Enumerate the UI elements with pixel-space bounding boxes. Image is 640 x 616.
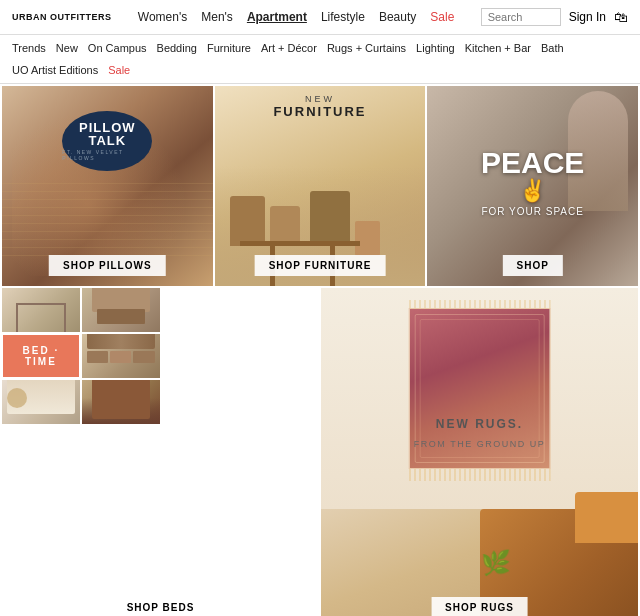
wood-chest-cell[interactable]: [82, 380, 160, 424]
subnav-sale[interactable]: Sale: [108, 64, 130, 76]
beds-sub-grid: BED · TIME: [2, 288, 160, 424]
furniture-new-label: NEW: [273, 94, 366, 104]
sign-in-link[interactable]: Sign In: [569, 10, 606, 24]
bed-time-cell[interactable]: BED · TIME: [2, 334, 80, 378]
peace-sub-text: FOR YOUR SPACE: [481, 206, 584, 217]
rug-overlay: NEW RUGS. FROM THE GROUND UP: [321, 417, 638, 449]
nav-sale[interactable]: Sale: [430, 10, 454, 24]
bed-time-box: BED · TIME: [2, 334, 80, 378]
peace-sign-icon: ✌: [481, 178, 584, 204]
shop-peace-label[interactable]: SHOP: [502, 255, 562, 276]
shop-rugs-label[interactable]: SHOP RUGS: [431, 597, 528, 616]
bed-time-text: BED · TIME: [17, 345, 65, 367]
nav-mens[interactable]: Men's: [201, 10, 233, 24]
peace-word: PEACE: [481, 148, 584, 178]
furniture-cell[interactable]: NEW FURNITURE SHOP FURNITURE: [215, 86, 426, 286]
subnav-kitchen[interactable]: Kitchen + Bar: [465, 42, 531, 54]
main-nav: Women's Men's Apartment Lifestyle Beauty…: [138, 10, 455, 24]
peace-overlay: PEACE ✌ FOR YOUR SPACE: [481, 148, 584, 217]
product-row-2: BED · TIME: [0, 287, 640, 616]
cart-icon[interactable]: 🛍: [614, 9, 628, 25]
peace-cell[interactable]: PEACE ✌ FOR YOUR SPACE SHOP: [427, 86, 638, 286]
top-navigation: URBAN OUTFITTERS Women's Men's Apartment…: [0, 0, 640, 35]
subnav-trends[interactable]: Trends: [12, 42, 46, 54]
subnav-lighting[interactable]: Lighting: [416, 42, 455, 54]
subnav-bedding[interactable]: Bedding: [157, 42, 197, 54]
subnav-uo-artist[interactable]: UO Artist Editions: [12, 64, 98, 76]
furniture-main-label: FURNITURE: [273, 104, 366, 119]
subnav-on-campus[interactable]: On Campus: [88, 42, 147, 54]
beds-section: BED · TIME: [2, 288, 319, 616]
slat-bed-cell[interactable]: [82, 334, 160, 378]
nav-right: Sign In 🛍: [481, 8, 628, 26]
brand-logo: URBAN OUTFITTERS: [12, 12, 112, 22]
subnav-art-decor[interactable]: Art + Décor: [261, 42, 317, 54]
subnav-furniture[interactable]: Furniture: [207, 42, 251, 54]
product-row-1: PILLOW TALK FT. NEW VELVET PILLOWS SHOP …: [0, 84, 640, 287]
pillows-cell[interactable]: PILLOW TALK FT. NEW VELVET PILLOWS SHOP …: [2, 86, 213, 286]
subnav-new[interactable]: New: [56, 42, 78, 54]
search-input[interactable]: [481, 8, 561, 26]
canopy-bed-cell[interactable]: [2, 288, 80, 332]
nav-womens[interactable]: Women's: [138, 10, 187, 24]
sub-navigation: Trends New On Campus Bedding Furniture A…: [0, 35, 640, 84]
platform-bed-cell[interactable]: [82, 288, 160, 332]
from-ground-up-text: FROM THE GROUND UP: [321, 439, 638, 449]
nav-lifestyle[interactable]: Lifestyle: [321, 10, 365, 24]
nav-beauty[interactable]: Beauty: [379, 10, 416, 24]
furniture-overlay: NEW FURNITURE: [273, 94, 366, 119]
nav-apartment[interactable]: Apartment: [247, 10, 307, 24]
new-rugs-text: NEW RUGS.: [321, 417, 638, 431]
shop-furniture-label[interactable]: SHOP FURNITURE: [255, 255, 386, 276]
white-bedding-cell[interactable]: [2, 380, 80, 424]
shop-beds-label[interactable]: SHOP BEDS: [113, 597, 209, 616]
pillow-sublabel: FT. NEW VELVET PILLOWS: [62, 149, 152, 161]
subnav-rugs-curtains[interactable]: Rugs + Curtains: [327, 42, 406, 54]
rugs-cell[interactable]: 🌿 NEW RUGS. FROM THE GROUND UP SHOP RUGS: [321, 288, 638, 616]
shop-pillows-label[interactable]: SHOP PILLOWS: [49, 255, 166, 276]
pillow-label2: TALK: [88, 134, 126, 147]
subnav-bath[interactable]: Bath: [541, 42, 564, 54]
